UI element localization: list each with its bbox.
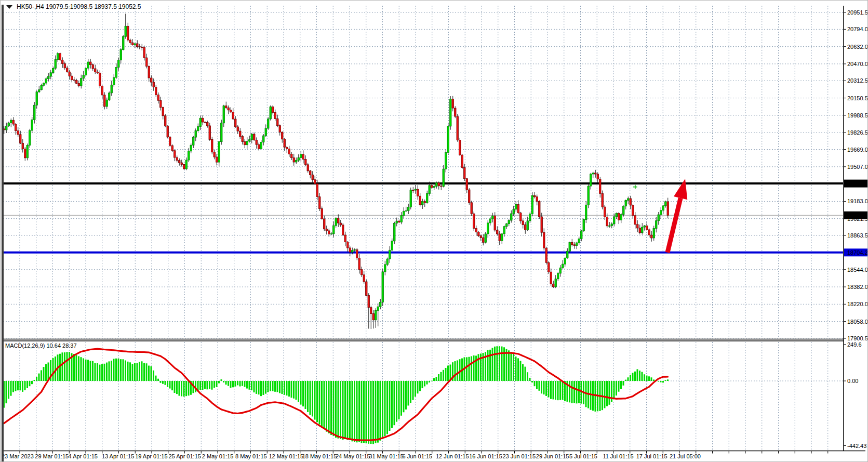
time-tick-label: 19 Apr 01:15 (135, 453, 167, 459)
chart-left-edge-strip (2, 5, 4, 461)
time-tick-label: 6 Jun 01:15 (403, 453, 433, 459)
time-tick-label: 16 Jun 01:15 (469, 453, 502, 459)
price-tick-label: 20150.5 (847, 95, 868, 101)
chart-window: 20951.520794.020632.020470.020312.520150… (0, 0, 868, 462)
time-tick-label: 11 Jul 01:15 (603, 453, 633, 459)
time-tick-label: 31 May 01:15 (369, 453, 404, 459)
price-tick-label: 20632.0 (847, 44, 868, 50)
macd-tick-label: 0.00 (847, 378, 858, 384)
price-tick-label: 18058.0 (847, 319, 868, 325)
price-tick-label: 20470.0 (847, 61, 868, 67)
price-tick-label: 20951.5 (847, 9, 868, 16)
price-tick-label: 19988.5 (847, 112, 868, 118)
time-tick-label: 23 Mar 2023 (2, 453, 34, 459)
time-tick-label: 18 May 01:15 (302, 453, 337, 459)
time-tick-label: 4 Apr 01:15 (69, 453, 98, 459)
price-tick-label: 20794.0 (847, 26, 868, 32)
price-tick-label: 17900.5 (847, 335, 868, 341)
macd-indicator-label: MACD(12,26,9) 10.64 28.37 (5, 342, 77, 349)
price-tick-label: 19183.0 (847, 198, 868, 204)
time-tick-label: 13 Apr 01:15 (102, 453, 134, 459)
price-tick-label: 19507.0 (847, 164, 868, 170)
support-line-price-value: 18704.2 (847, 249, 868, 256)
time-tick-label: 12 May 01:15 (269, 453, 303, 459)
price-tick-label: 18863.5 (847, 232, 868, 239)
price-tick-label: 19826.5 (847, 129, 868, 136)
time-tick-label: 12 Jun 01:15 (436, 453, 469, 459)
chart-header: HK50-,H4 19079.5 19098.5 18937.5 19052.5 (6, 3, 141, 10)
time-tick-label: 8 May 01:15 (235, 453, 267, 459)
time-tick-label: 29 Mar 01:15 (35, 453, 69, 459)
time-tick-label: 17 Jul 01:15 (636, 453, 667, 459)
time-tick-label: 2 May 01:15 (202, 453, 234, 459)
price-tick-label: 19669.0 (847, 147, 868, 153)
price-tick-label: 20312.5 (847, 77, 868, 84)
price-tick-label: 18220.0 (847, 301, 868, 307)
resistance-line-price-value: 19350.0 (847, 180, 868, 187)
chart-title-ohlc: HK50-,H4 19079.5 19098.5 18937.5 19052.5 (17, 3, 141, 10)
price-tick-label: 18544.0 (847, 267, 868, 273)
time-tick-label: 23 Jun 01:15 (503, 453, 536, 459)
macd-tick-label: -442.43 (847, 443, 866, 449)
time-tick-label: 5 Jul 01:15 (569, 453, 597, 459)
macd-tick-label: 249.6 (847, 341, 862, 348)
time-tick-label: 24 May 01:15 (336, 453, 370, 459)
chart-background (1, 1, 868, 462)
time-tick-label: 25 Apr 01:15 (169, 453, 201, 459)
price-tick-label: 18382.0 (847, 284, 868, 290)
time-tick-label: 21 Jul 05:00 (670, 453, 701, 459)
current-price-line-price-value: 19052.5 (847, 212, 868, 218)
time-tick-label: 29 Jun 01:15 (536, 453, 569, 459)
